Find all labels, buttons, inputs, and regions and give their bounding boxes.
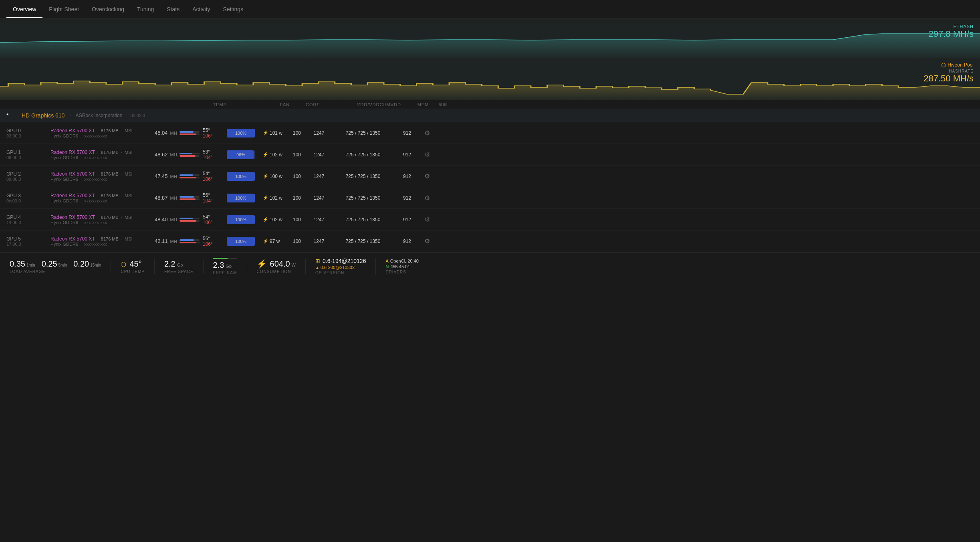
gpu-freq-cell: 1247 — [307, 130, 331, 136]
hashrate-bar-red — [179, 198, 200, 200]
gpu-core-cell: 100 — [287, 216, 307, 222]
nav-overclocking[interactable]: Overclocking — [85, 0, 131, 18]
hashrate-bar-red — [179, 133, 200, 135]
col-mem: MEM — [411, 102, 435, 107]
gpu-vdd: 725 / 725 / 1350 — [346, 152, 381, 158]
gpu-info-cell: Radeon RX 5700 XT · 8176 MB · MSI Hynix … — [50, 214, 155, 225]
gpu-fan-pct: 96% — [236, 152, 245, 157]
gpu-hashrate-unit: MH — [170, 152, 177, 157]
nav-overview[interactable]: Overview — [6, 0, 42, 18]
gpu-hashrate-cell: 48.40 MH — [155, 216, 203, 222]
gpu-uptime: 03:00.0 — [6, 133, 50, 138]
gpu-mem-val: 912 — [403, 195, 411, 201]
hashrate-bar-blue — [179, 131, 200, 133]
gpu-memtype: Hynix GDDR6 — [50, 198, 78, 203]
gpu-freq: 1247 — [314, 152, 325, 158]
gpu-info-cell: Radeon RX 5700 XT · 8176 MB · MSI Hynix … — [50, 128, 155, 138]
gpu-hashrate-unit: MH — [170, 196, 177, 200]
table-column-headers: TEMP FAN CORE VDD/VDDCI/MVDD MEM ⚙all — [0, 100, 980, 109]
hashrate-bar-red — [179, 220, 200, 222]
gpu-memtype: Hynix GDDR6 — [50, 242, 78, 247]
gpu-vram: 8176 MB — [101, 193, 119, 198]
load-15min: 0.20 15min — [73, 259, 101, 269]
gpu-hashrate: 42.11 — [155, 238, 168, 244]
separator: · — [69, 113, 71, 118]
gpu-fan-pct: 100% — [235, 174, 246, 179]
gpu-fan-cell: 100% — [227, 172, 263, 181]
nav-stats[interactable]: Stats — [160, 0, 186, 18]
gpu-uptime: 14:00.0 — [6, 220, 50, 225]
gpu-row: GPU 3 0c:00.0 Radeon RX 5700 XT · 8176 M… — [0, 187, 980, 209]
gpu-hashrate-cell: 45.04 MH — [155, 130, 203, 136]
gpu-core-cell: 100 — [287, 238, 307, 244]
nav-tuning[interactable]: Tuning — [131, 0, 160, 18]
tune-icon: ⚙ — [424, 129, 430, 136]
power-icon: ⚡ — [263, 174, 268, 179]
gpu-core: 100 — [293, 195, 301, 201]
gpu-id-cell: GPU 2 09:00.0 — [6, 171, 50, 182]
gpu-power: 102 w — [270, 152, 282, 158]
ram-bar — [213, 258, 237, 259]
gpu-power: 101 w — [270, 130, 282, 136]
gpu-brand: MSI — [125, 193, 133, 198]
gpu-temp-bot: 106° — [203, 220, 227, 225]
hashrate-bar-blue — [179, 153, 200, 154]
power-icon: ⚡ — [263, 217, 268, 222]
nav-flight-sheet[interactable]: Flight Sheet — [42, 0, 85, 18]
power-icon: ⚡ — [263, 239, 268, 244]
gpu-row: GPU 4 14:00.0 Radeon RX 5700 XT · 8176 M… — [0, 209, 980, 231]
gpu-temp-top: 56° — [203, 192, 227, 198]
gpu-power: 97 w — [270, 239, 280, 244]
col-core: CORE — [303, 102, 323, 107]
hashrate-bar-red — [179, 242, 200, 243]
gpu-vdd-cell: 725 / 725 / 1350 — [331, 195, 395, 201]
gpu-row: GPU 5 17:00.0 Radeon RX 5700 XT · 8176 M… — [0, 231, 980, 252]
gpu-tune-button[interactable]: ⚙ — [419, 172, 435, 180]
gpu-name: Radeon RX 5700 XT — [50, 214, 95, 220]
gpu-power-cell: ⚡ 102 w — [263, 195, 287, 201]
power-icon: ⚡ — [263, 152, 268, 157]
gpu-name: Radeon RX 5700 XT — [50, 150, 95, 155]
gpu-freq-cell: 1247 — [307, 238, 331, 244]
gpu-id-cell: GPU 5 17:00.0 — [6, 236, 50, 247]
gpu-core: 100 — [293, 174, 301, 179]
gpu-tune-button[interactable]: ⚙ — [419, 151, 435, 158]
gpu-freq: 1247 — [314, 174, 325, 179]
gpu-core-cell: 100 — [287, 130, 307, 136]
gpu-vdd-cell: 725 / 725 / 1350 — [331, 152, 395, 158]
gpu-hashrate: 48.87 — [155, 195, 168, 201]
gpu-id-label: GPU 1 — [6, 150, 50, 155]
gpu-name: Radeon RX 5700 XT — [50, 128, 95, 133]
pool-chart-label: ⬡ Hiveon Pool HASHRATE 287.50 MH/s — [924, 62, 974, 84]
svg-marker-0 — [0, 34, 980, 59]
gpu-tune-button[interactable]: ⚙ — [419, 194, 435, 202]
gpu-power-cell: ⚡ 101 w — [263, 130, 287, 136]
gpu-power-cell: ⚡ 97 w — [263, 239, 287, 244]
tune-icon: ⚙ — [424, 173, 430, 180]
nav-settings[interactable]: Settings — [217, 0, 250, 18]
gpu-vdd-cell: 725 / 725 / 1350 — [331, 238, 395, 244]
gpu-vdd: 725 / 725 / 1350 — [346, 239, 381, 244]
gpu-temp-cell: 56° 104° — [203, 192, 227, 204]
gpu-vdd: 725 / 725 / 1350 — [346, 195, 381, 201]
gpu-id-label: GPU 5 — [6, 236, 50, 242]
gpu-integrated-header: * HD Graphics 610 · ASRock Incorporation… — [0, 109, 980, 122]
gpu-core-cell: 100 — [287, 152, 307, 158]
gpu-core: 100 — [293, 239, 301, 244]
power-icon: ⚡ — [263, 195, 268, 200]
gpu-mem-val: 912 — [403, 217, 411, 222]
pool-chart: ⬡ Hiveon Pool HASHRATE 287.50 MH/s — [0, 60, 980, 100]
gpu-memid: xxx-xxx-xxx — [84, 242, 107, 247]
tune-icon: ⚙ — [424, 238, 430, 245]
gpu-tune-button[interactable]: ⚙ — [419, 216, 435, 223]
nav-activity[interactable]: Activity — [186, 0, 216, 18]
gpu-tune-button[interactable]: ⚙ — [419, 237, 435, 245]
gpu-temp-top: 54° — [203, 214, 227, 220]
driver-nvidia-row: N 455.45.01 — [385, 264, 419, 269]
gpu-temp-cell: 53° 104° — [203, 149, 227, 160]
gpu-memid: xxx-xxx-xxx — [84, 133, 107, 138]
gpu-mem-cell: 912 — [395, 173, 419, 179]
gpu-hashrate-unit: MH — [170, 131, 177, 136]
gpu-tune-button[interactable]: ⚙ — [419, 129, 435, 137]
gpu-fan-pct: 100% — [235, 217, 246, 222]
